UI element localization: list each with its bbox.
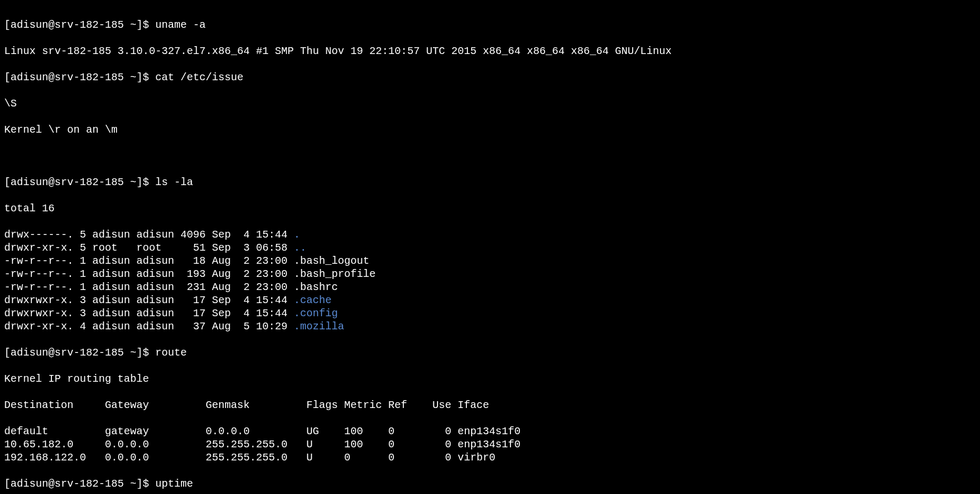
command-text: cat /etc/issue (155, 71, 243, 83)
output-route-row: default gateway 0.0.0.0 UG 100 0 0 enp13… (4, 425, 976, 438)
file-attrs: drwx------. 5 adisun adisun 4096 Sep 4 1… (4, 229, 294, 241)
cmd-line-lsla: [adisun@srv-182-185 ~]$ ls -la (4, 176, 976, 189)
output-lsla-row: drwxrwxr-x. 3 adisun adisun 17 Sep 4 15:… (4, 307, 976, 320)
output-lsla-row: drwxr-xr-x. 4 adisun adisun 37 Aug 5 10:… (4, 320, 976, 333)
output-issue-2: Kernel \r on an \m (4, 123, 976, 136)
output-route-row: 10.65.182.0 0.0.0.0 255.255.255.0 U 100 … (4, 438, 976, 451)
output-lsla-row: drwxrwxr-x. 3 adisun adisun 17 Sep 4 15:… (4, 294, 976, 307)
file-name: .mozilla (294, 320, 344, 332)
shell-prompt: [adisun@srv-182-185 ~]$ (4, 478, 155, 490)
file-name: .cache (294, 294, 332, 306)
file-attrs: -rw-r--r--. 1 adisun adisun 18 Aug 2 23:… (4, 255, 294, 267)
output-route-row: 192.168.122.0 0.0.0.0 255.255.255.0 U 0 … (4, 451, 976, 464)
output-route-header: Destination Gateway Genmask Flags Metric… (4, 399, 976, 412)
file-name: .. (294, 242, 306, 254)
file-attrs: drwxr-xr-x. 5 root root 51 Sep 3 06:58 (4, 242, 294, 254)
file-name: .bash_logout (294, 255, 369, 267)
command-text: ls -la (155, 176, 193, 188)
shell-prompt: [adisun@srv-182-185 ~]$ (4, 19, 155, 31)
output-route-title: Kernel IP routing table (4, 372, 976, 385)
file-attrs: drwxrwxr-x. 3 adisun adisun 17 Sep 4 15:… (4, 294, 294, 306)
file-attrs: drwxrwxr-x. 3 adisun adisun 17 Sep 4 15:… (4, 307, 294, 319)
file-attrs: -rw-r--r--. 1 adisun adisun 193 Aug 2 23… (4, 268, 294, 280)
command-text: route (155, 347, 187, 359)
cmd-line-route: [adisun@srv-182-185 ~]$ route (4, 346, 976, 359)
output-lsla-row: -rw-r--r--. 1 adisun adisun 231 Aug 2 23… (4, 281, 976, 294)
cmd-line-uptime: [adisun@srv-182-185 ~]$ uptime (4, 477, 976, 490)
file-attrs: drwxr-xr-x. 4 adisun adisun 37 Aug 5 10:… (4, 320, 294, 332)
output-lsla-row: drwxr-xr-x. 5 root root 51 Sep 3 06:58 .… (4, 241, 976, 254)
cmd-line-cat-issue: [adisun@srv-182-185 ~]$ cat /etc/issue (4, 71, 976, 84)
cmd-line-uname: [adisun@srv-182-185 ~]$ uname -a (4, 18, 976, 31)
shell-prompt: [adisun@srv-182-185 ~]$ (4, 176, 155, 188)
shell-prompt: [adisun@srv-182-185 ~]$ (4, 347, 155, 359)
output-lsla-row: -rw-r--r--. 1 adisun adisun 18 Aug 2 23:… (4, 254, 976, 267)
output-blank (4, 149, 976, 163)
file-name: .config (294, 307, 338, 319)
file-name: .bash_profile (294, 268, 376, 280)
command-text: uptime (155, 478, 193, 490)
command-text: uname -a (155, 19, 206, 31)
output-lsla-row: drwx------. 5 adisun adisun 4096 Sep 4 1… (4, 228, 976, 241)
file-attrs: -rw-r--r--. 1 adisun adisun 231 Aug 2 23… (4, 281, 294, 293)
shell-prompt: [adisun@srv-182-185 ~]$ (4, 71, 155, 83)
output-lsla-total: total 16 (4, 202, 976, 215)
terminal-output[interactable]: [adisun@srv-182-185 ~]$ uname -a Linux s… (0, 0, 980, 494)
file-name: .bashrc (294, 281, 338, 293)
file-name: . (294, 229, 300, 241)
output-issue-1: \S (4, 97, 976, 110)
output-uname: Linux srv-182-185 3.10.0-327.el7.x86_64 … (4, 45, 976, 58)
output-lsla-row: -rw-r--r--. 1 adisun adisun 193 Aug 2 23… (4, 267, 976, 281)
